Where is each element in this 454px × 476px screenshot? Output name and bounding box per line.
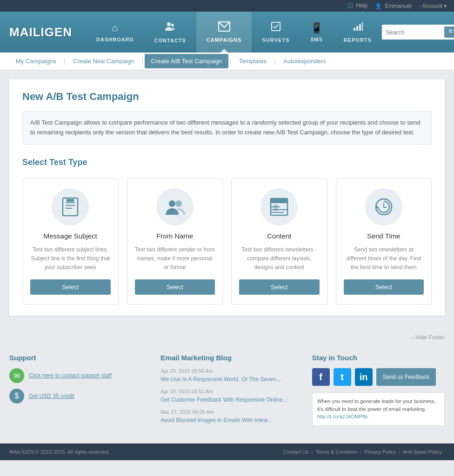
svg-rect-5 [356,26,358,31]
blog-date-1: Apr 23, 2015 04:51 Am [160,389,293,394]
test-card-content: Content Test two different newsletters -… [231,178,327,305]
content-desc: Test two different newsletters - compare… [239,245,320,272]
message-subject-title: Message Subject [44,232,97,240]
nav-campaigns[interactable]: CAMPAIGNS [196,12,252,53]
svg-marker-23 [375,205,378,209]
svg-rect-6 [359,24,361,31]
blog-date-0: Apr 29, 2015 08:56 Am [160,368,293,374]
subnav-autoresponders[interactable]: Autoresponders [277,54,333,68]
subnav-sep-3: | [229,57,231,66]
select-test-type-title: Select Test Type [22,158,432,167]
svg-rect-16 [271,198,287,203]
send-time-title: Send Time [367,232,401,240]
test-card-send-time: Send Time Send two newsletters at differ… [336,178,432,305]
social-icons: f t in Send us Feedback [312,368,445,386]
message-subject-icon [52,188,89,225]
svg-rect-12 [67,199,74,202]
from-name-title: From Name [156,232,193,240]
select-send-time-btn[interactable]: Select [344,279,424,295]
dashboard-icon: ⌂ [112,22,118,34]
test-card-from-name: From Name Test two different sender or f… [127,178,223,305]
footer-terms-link[interactable]: Terms & Condition [315,449,357,455]
footer-toggle: – Hide Footer [0,325,454,341]
footer-social: Stay in Touch f t in Send us Feedback Wh… [312,354,445,430]
tweet-link[interactable]: http://t.co/a2J4OMPflo [317,414,368,419]
blog-post-0: Apr 29, 2015 08:56 Am We Live In A Respo… [160,368,293,383]
footer-content: Support ✉ Click here to contact support … [0,344,454,443]
nav-reports[interactable]: REPORTS [334,12,382,53]
support-credit-link[interactable]: $ Get USD 35 credit [9,389,142,403]
sms-icon: 📱 [310,22,323,34]
test-card-message-subject: Message Subject Test two different subje… [22,178,119,305]
send-time-icon [365,188,402,225]
social-title: Stay in Touch [312,354,445,362]
from-name-icon [156,188,194,225]
linkedin-button[interactable]: in [355,368,373,386]
svg-rect-4 [354,28,355,31]
main-nav: ⌂ DASHBOARD CONTACTS CAMPAIGNS [86,12,382,53]
twitter-button[interactable]: t [334,368,351,386]
svg-point-13 [169,200,175,207]
bottom-footer-links: Contact Us | Terms & Condition | Privacy… [280,449,445,455]
nav-dashboard[interactable]: ⌂ DASHBOARD [86,12,144,53]
svg-point-14 [175,200,182,207]
blog-post-1: Apr 23, 2015 04:51 Am Get Customer Feedb… [160,389,293,403]
nav-contacts[interactable]: CONTACTS [144,12,196,53]
search-button[interactable]: 🔍 [444,26,454,38]
sub-nav: My Campaigns | Create New Campaign | Cre… [0,53,454,70]
select-content-btn[interactable]: Select [239,279,320,295]
campaign-card: New A/B Test Campaign A/B Test Campaign … [9,79,445,316]
subnav-templates[interactable]: Templates [233,54,273,68]
contacts-icon [165,21,176,35]
user-info: 👤 Emmanuel [375,3,412,9]
logo: MAILIGEN [9,25,72,40]
subnav-create-new[interactable]: Create New Campaign [67,54,141,68]
reports-icon [353,21,363,34]
support-contact-icon: ✉ [9,368,24,383]
page-title: New A/B Test Campaign [22,91,432,103]
support-credit-icon: $ [9,389,24,403]
hide-footer-link[interactable]: – Hide Footer [411,334,445,341]
bottom-footer: MAILIGEN © 2010-2015. All rights reserve… [0,443,454,460]
send-time-desc: Send two newsletters at different times … [344,245,424,272]
select-message-subject-btn[interactable]: Select [30,279,111,295]
subnav-sep-4: | [274,57,276,66]
test-types-container: Message Subject Test two different subje… [22,178,432,305]
svg-rect-7 [362,22,363,31]
blog-link-1[interactable]: Get Customer Feedback With Responsive On… [160,397,287,403]
description-box: A/B Test Campaign allows to compare perf… [22,111,432,145]
copyright: MAILIGEN © 2010-2015. All rights reserve… [9,449,110,455]
blog-title: Email Marketing Blog [160,354,293,362]
main-header: MAILIGEN ⌂ DASHBOARD CONTACTS [0,12,454,53]
facebook-button[interactable]: f [312,368,330,386]
nav-sms[interactable]: 📱 SMS [300,12,334,53]
account-menu[interactable]: - Account ▾ [419,3,447,9]
feedback-button[interactable]: Send us Feedback [376,368,436,386]
select-from-name-btn[interactable]: Select [135,279,215,295]
support-contact-link[interactable]: ✉ Click here to contact support staff [9,368,142,383]
footer-support: Support ✉ Click here to contact support … [9,354,142,430]
footer-antispam-link[interactable]: Anti-Spam Policy [403,449,442,455]
blog-post-2: Mar 27, 2015 06:05 Am Avoid Blocked Imag… [160,409,293,424]
blog-link-0[interactable]: We Live In A Responsive World. Or The Se… [160,376,280,383]
help-link[interactable]: ⓘ Help [347,2,367,10]
subnav-sep-2: | [141,57,143,66]
search-input[interactable] [386,29,441,36]
nav-surveys[interactable]: SURVEYS [252,12,300,53]
subnav-my-campaigns[interactable]: My Campaigns [9,54,63,68]
message-subject-desc: Test two different subject lines. Subjec… [30,245,111,272]
subnav-create-ab[interactable]: Create A/B Test Campaign [145,54,229,68]
content-title: Content [267,232,292,240]
footer-blog: Email Marketing Blog Apr 29, 2015 08:56 … [160,354,293,430]
footer-privacy-link[interactable]: Privacy Policy [364,449,396,455]
search-box: 🔍 [382,25,454,40]
tweet-box: When you need to generate leads for your… [312,392,445,426]
blog-date-2: Mar 27, 2015 06:05 Am [160,409,293,415]
from-name-desc: Test two different sender or from names,… [135,245,215,272]
campaigns-icon [218,21,230,34]
support-title: Support [9,354,142,362]
content-area: New A/B Test Campaign A/B Test Campaign … [0,70,454,325]
svg-point-1 [171,24,174,26]
footer-contact-link[interactable]: Contact Us [283,449,308,455]
blog-link-2[interactable]: Avoid Blocked Images In Emails With Inli… [160,417,273,423]
